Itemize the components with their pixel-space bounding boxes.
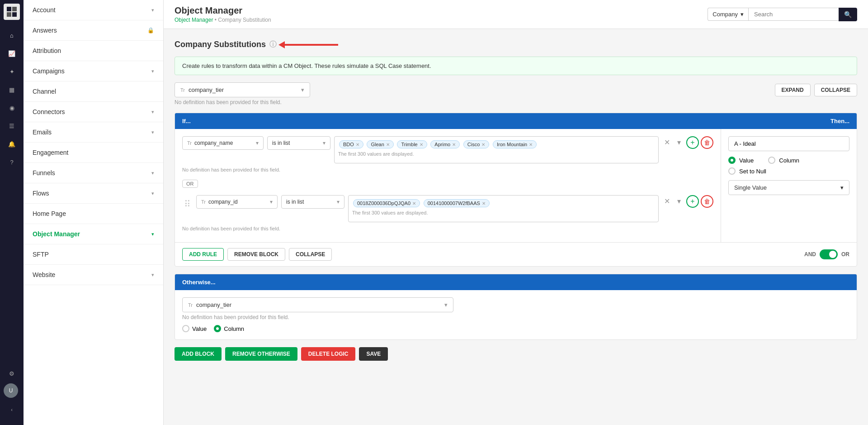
chevron-down-icon: ▾ xyxy=(256,140,259,146)
remove-condition2-button[interactable]: 🗑 xyxy=(701,195,713,208)
tag-remove-icon[interactable]: ✕ xyxy=(356,142,359,147)
then-label: Then... xyxy=(830,118,849,124)
tag-remove-icon[interactable]: ✕ xyxy=(529,142,533,147)
sidebar-item-engagement[interactable]: Engagement xyxy=(24,143,163,163)
collapse-block-button[interactable]: COLLAPSE xyxy=(289,248,332,261)
map-icon[interactable]: ◉ xyxy=(4,100,20,116)
sidebar-item-channel[interactable]: Channel xyxy=(24,81,163,102)
add-condition2-button[interactable]: + xyxy=(686,195,699,208)
field-note: No definition has been provided for this… xyxy=(175,99,857,105)
bell-icon[interactable]: 🔔 xyxy=(4,136,20,152)
sidebar-item-objectmanager[interactable]: Object Manager ▾ xyxy=(24,224,163,244)
radio-value-button[interactable] xyxy=(728,157,736,164)
expand-button[interactable]: EXPAND xyxy=(775,84,811,96)
otherwise-field-dropdown[interactable]: Tr company_tier ▾ xyxy=(182,297,453,312)
scroll-down-icon[interactable]: ▾ xyxy=(675,136,683,148)
condition1-field-dropdown[interactable]: Tr company_name ▾ xyxy=(182,136,264,150)
otherwise-field: company_tier xyxy=(196,301,231,308)
question-icon[interactable]: ? xyxy=(4,154,20,170)
tag-remove-icon[interactable]: ✕ xyxy=(412,201,416,206)
search-dropdown-value: Company xyxy=(712,11,738,18)
remove-otherwise-button[interactable]: REMOVE OTHERWISE xyxy=(225,347,297,361)
sidebar-item-campaigns-label: Campaigns xyxy=(33,67,65,75)
add-block-button[interactable]: ADD BLOCK xyxy=(175,347,222,361)
tag-remove-icon[interactable]: ✕ xyxy=(420,142,423,147)
sidebar-item-connectors[interactable]: Connectors ▾ xyxy=(24,102,163,122)
sidebar-item-emails[interactable]: Emails ▾ xyxy=(24,122,163,143)
tag-remove-icon[interactable]: ✕ xyxy=(482,201,486,206)
save-button[interactable]: SAVE xyxy=(359,347,388,361)
condition2-field-dropdown[interactable]: Tr company_id ▾ xyxy=(196,195,278,209)
sidebar-item-answers-label: Answers xyxy=(33,27,57,34)
analytics-icon[interactable]: 📈 xyxy=(4,45,20,62)
search-button[interactable]: 🔍 xyxy=(839,8,857,21)
scroll-down2-icon[interactable]: ▾ xyxy=(675,195,683,207)
tag-id2: 00141000007W2fBAAS ✕ xyxy=(424,199,490,207)
sidebar-item-emails-label: Emails xyxy=(33,129,52,136)
remove-block-button[interactable]: REMOVE BLOCK xyxy=(227,248,285,261)
otherwise-column-label: Column xyxy=(224,325,244,332)
sidebar-item-flows-label: Flows xyxy=(33,190,49,197)
radio-null-label: Set to Null xyxy=(739,168,766,175)
condition-row-2: ⠿ Tr company_id ▾ is in list ▾ 0018Z0000… xyxy=(182,195,713,222)
clear-values2-icon[interactable]: ✕ xyxy=(662,195,672,207)
condition2-field: company_id xyxy=(208,199,238,205)
breadcrumb: Object Manager • Company Substitution xyxy=(175,17,271,23)
condition1-op-dropdown[interactable]: is in list ▾ xyxy=(267,136,330,150)
single-value-dropdown[interactable]: Single Value ▾ xyxy=(728,180,849,195)
remove-condition-button[interactable]: 🗑 xyxy=(701,136,713,149)
breadcrumb-link[interactable]: Object Manager xyxy=(175,17,213,23)
otherwise-column-row: Column xyxy=(214,325,244,332)
add-rule-button[interactable]: ADD RULE xyxy=(182,248,224,261)
tag-remove-icon[interactable]: ✕ xyxy=(386,142,390,147)
condition1-values-box: BDO ✕ Glean ✕ Trimble ✕ Aprimo ✕ Cisco ✕… xyxy=(334,136,659,163)
sidebar-item-account[interactable]: Account ▾ xyxy=(24,0,163,20)
and-or-toggle-switch[interactable] xyxy=(820,249,838,259)
sidebar-item-flows[interactable]: Flows ▾ xyxy=(24,183,163,204)
drag-handle-icon[interactable]: ⠿ xyxy=(182,195,193,213)
bar-chart-icon[interactable]: ▦ xyxy=(4,81,20,98)
otherwise-field-note: No definition has been provided for this… xyxy=(182,314,849,320)
gear-icon[interactable]: ⚙ xyxy=(4,365,20,382)
then-value-input[interactable] xyxy=(728,136,849,151)
tag-remove-icon[interactable]: ✕ xyxy=(481,142,485,147)
sidebar-item-website[interactable]: Website ▾ xyxy=(24,265,163,285)
attribution-icon[interactable]: ✦ xyxy=(4,63,20,80)
if-label: If... xyxy=(182,118,191,124)
delete-logic-button[interactable]: DELETE LOGIC xyxy=(301,347,356,361)
tag-remove-icon[interactable]: ✕ xyxy=(452,142,456,147)
strip-collapse-icon[interactable]: ‹ xyxy=(4,401,20,418)
home-icon[interactable]: ⌂ xyxy=(4,27,20,43)
search-object-dropdown[interactable]: Company ▾ xyxy=(708,8,748,21)
otherwise-value-row: Value xyxy=(182,325,207,332)
avatar[interactable]: U xyxy=(4,383,18,398)
add-condition-button[interactable]: + xyxy=(686,136,699,149)
search-input[interactable] xyxy=(748,8,839,21)
otherwise-radio-value[interactable] xyxy=(182,325,189,332)
list-icon[interactable]: ☰ xyxy=(4,118,20,134)
lock-icon: 🔒 xyxy=(147,27,154,33)
radio-null-button[interactable] xyxy=(728,167,736,175)
sidebar-item-homepage[interactable]: Home Page xyxy=(24,204,163,224)
collapse-button[interactable]: COLLAPSE xyxy=(814,84,857,96)
field-type-icon: Tr xyxy=(201,199,206,205)
chevron-down-icon: ▾ xyxy=(444,301,448,308)
content-area: Company Substitutions ⓘ Create rules to … xyxy=(164,29,868,425)
condition2-operator: is in list xyxy=(286,199,304,205)
tag-aprimo: Aprimo ✕ xyxy=(430,140,460,148)
otherwise-value-label: Value xyxy=(192,325,207,332)
otherwise-radio-column[interactable] xyxy=(214,325,221,332)
sidebar-item-funnels[interactable]: Funnels ▾ xyxy=(24,163,163,183)
clear-values-icon[interactable]: ✕ xyxy=(662,136,672,148)
sidebar-item-sftp[interactable]: SFTP xyxy=(24,244,163,265)
sidebar-item-campaigns[interactable]: Campaigns ▾ xyxy=(24,61,163,81)
radio-column-button[interactable] xyxy=(768,157,775,164)
condition2-actions: + 🗑 xyxy=(686,195,713,208)
info-icon[interactable]: ⓘ xyxy=(269,40,277,49)
field-dropdown[interactable]: Tr company_tier ▾ xyxy=(175,82,310,97)
chevron-down-icon: ▾ xyxy=(151,191,154,196)
field-type-icon: Tr xyxy=(187,140,192,146)
sidebar-item-attribution[interactable]: Attribution xyxy=(24,41,163,61)
condition2-op-dropdown[interactable]: is in list ▾ xyxy=(281,195,344,209)
sidebar-item-answers[interactable]: Answers 🔒 xyxy=(24,20,163,41)
